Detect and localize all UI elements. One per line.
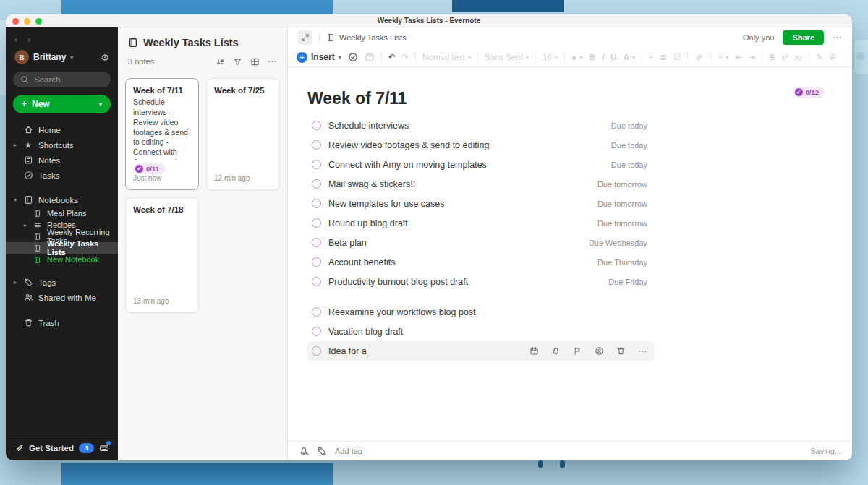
note-title[interactable]: Week of 7/11 (307, 89, 655, 108)
task-row[interactable]: Vacation blog draft ⋯ (307, 322, 655, 341)
task-checkbox[interactable] (312, 346, 321, 356)
redo-icon[interactable]: ↷ (401, 52, 409, 62)
close-window-button[interactable] (12, 18, 19, 25)
sidebar-item-tags[interactable]: ▸ Tags (6, 275, 118, 290)
task-due-date[interactable]: Due tomorrow (597, 199, 647, 208)
task-row[interactable]: Mail swag & stickers!! Due tomorrow ⋯ (307, 174, 655, 194)
font-family-dropdown[interactable]: Sans Serif▾ (485, 53, 529, 61)
task-row[interactable]: Productivity burnout blog post draft Due… (307, 272, 655, 291)
task-checkbox[interactable] (312, 327, 321, 336)
task-row[interactable]: Review video footages & send to editing … (307, 135, 655, 155)
expand-note-icon[interactable] (298, 30, 312, 45)
task-checkbox[interactable] (312, 277, 321, 286)
task-due-date[interactable]: Due Thursday (597, 258, 647, 267)
task-more-icon[interactable]: ⋯ (638, 346, 647, 356)
sidebar-item-tasks[interactable]: Tasks (6, 168, 118, 183)
font-size-dropdown[interactable]: 16▾ (542, 53, 558, 61)
reminder-add-icon[interactable] (299, 446, 309, 456)
task-reminder-bell-icon[interactable] (551, 346, 561, 356)
sidebar-notebook-weekly-tasks-lists[interactable]: Weekly Tasks Lists (6, 242, 118, 254)
task-checkbox[interactable] (312, 238, 321, 247)
task-checkbox[interactable] (312, 121, 321, 130)
insert-task-icon[interactable] (348, 52, 358, 62)
task-row[interactable]: Connect with Amy on moving templates Due… (307, 155, 655, 174)
sidebar-item-trash[interactable]: Trash (6, 315, 118, 330)
task-assign-icon[interactable] (595, 346, 604, 356)
view-options-icon[interactable] (250, 57, 260, 66)
task-checkbox[interactable] (312, 218, 321, 228)
note-content[interactable]: ✓ 0/12 Week of 7/11 Schedule interviews … (288, 67, 852, 441)
task-due-date[interactable]: Due tomorrow (597, 219, 647, 228)
task-due-date[interactable]: Due tomorrow (597, 180, 647, 189)
add-tag-button[interactable]: Add tag (335, 447, 362, 455)
new-note-button[interactable]: + New ▾ (13, 95, 111, 113)
access-label[interactable]: Only you (743, 33, 774, 42)
sidebar-item-shortcuts[interactable]: ▸ ★ Shortcuts (6, 137, 118, 153)
numbered-list-icon[interactable]: ≣ (660, 52, 667, 62)
nav-forward-icon[interactable]: › (27, 34, 30, 45)
nav-back-icon[interactable]: ‹ (14, 34, 17, 45)
account-switcher[interactable]: B Brittany ▾ ⚙ (6, 46, 118, 69)
font-color-icon[interactable]: ●▾ (571, 52, 583, 63)
notebook-breadcrumb[interactable]: Weekly Tasks Lists (326, 33, 407, 42)
task-checkbox[interactable] (312, 179, 321, 189)
search-input[interactable]: Search (13, 72, 111, 87)
filter-icon[interactable] (233, 57, 242, 66)
task-delete-icon[interactable] (616, 346, 626, 356)
task-due-date[interactable]: Due today (611, 121, 647, 130)
task-row[interactable]: Idea for a ⋯ (307, 341, 655, 361)
undo-icon[interactable]: ↶ (388, 52, 396, 62)
more-options-icon[interactable]: ⋯ (268, 56, 277, 66)
align-icon[interactable]: ≡▾ (718, 53, 728, 61)
task-row[interactable]: Beta plan Due Wednesday ⋯ (307, 233, 655, 252)
superscript-icon[interactable]: x² (781, 53, 788, 61)
sidebar-new-notebook[interactable]: New Notebook (6, 254, 118, 265)
caret-right-icon[interactable]: ▸ (14, 279, 17, 286)
tag-add-icon[interactable] (317, 446, 327, 456)
sidebar-item-home[interactable]: Home (6, 122, 118, 137)
task-checkbox[interactable] (312, 307, 321, 317)
task-row[interactable]: Reexamine your workflows blog post ⋯ (307, 302, 655, 322)
minimize-window-button[interactable] (24, 18, 30, 25)
keyboard-shortcuts-icon[interactable] (99, 443, 109, 453)
note-more-options-icon[interactable]: ⋯ (833, 33, 842, 43)
insert-button[interactable]: + Insert ▾ (297, 52, 341, 63)
task-due-date[interactable]: Due Friday (608, 278, 647, 286)
task-checkbox[interactable] (312, 199, 321, 208)
zoom-window-button[interactable] (35, 18, 42, 25)
highlight-icon[interactable]: A▾ (623, 53, 634, 61)
note-card-week-7-18[interactable]: Week of 7/18 13 min ago (125, 197, 199, 313)
indent-icon[interactable]: ⇥ (749, 52, 756, 62)
task-checkbox[interactable] (312, 140, 321, 150)
task-row[interactable]: Round up blog draft Due tomorrow ⋯ (307, 213, 655, 233)
task-due-date-icon[interactable] (529, 346, 539, 356)
task-due-date[interactable]: Due today (611, 141, 647, 150)
settings-gear-icon[interactable]: ⚙ (101, 52, 109, 63)
text-style-dropdown[interactable]: Normal text▾ (422, 53, 471, 61)
sidebar-item-notes[interactable]: Notes (6, 153, 118, 168)
task-due-date[interactable]: Due Wednesday (589, 239, 647, 247)
attachment-icon[interactable]: ✇ (830, 52, 837, 62)
task-flag-icon[interactable] (573, 346, 582, 356)
caret-down-icon[interactable]: ▾ (14, 197, 17, 203)
note-card-week-7-25[interactable]: Week of 7/25 12 min ago (206, 78, 280, 190)
sidebar-notebook-meal-plans[interactable]: Meal Plans (6, 207, 118, 219)
subscript-icon[interactable]: x₂ (795, 53, 802, 61)
note-card-week-7-11[interactable]: Week of 7/11 Schedule interviews - Revie… (125, 78, 199, 190)
task-row[interactable]: Schedule interviews Due today ⋯ (307, 116, 655, 135)
insert-calendar-icon[interactable] (365, 52, 375, 62)
pen-icon[interactable]: ✎ (816, 52, 823, 62)
sort-icon[interactable] (216, 57, 225, 66)
sidebar-section-notebooks[interactable]: ▾ Notebooks (6, 192, 118, 207)
strikethrough-icon[interactable]: S (769, 53, 775, 61)
task-checkbox[interactable] (312, 160, 321, 169)
checklist-icon[interactable]: ☑ (673, 52, 681, 62)
italic-icon[interactable]: I (602, 53, 604, 61)
bold-icon[interactable]: B (590, 53, 595, 61)
task-row[interactable]: Account benefits Due Thursday ⋯ (307, 252, 655, 272)
link-icon[interactable] (694, 53, 704, 62)
caret-right-icon[interactable]: ▸ (14, 142, 17, 148)
underline-icon[interactable]: U (610, 53, 616, 61)
share-button[interactable]: Share (783, 30, 824, 45)
task-checkbox[interactable] (312, 257, 321, 267)
